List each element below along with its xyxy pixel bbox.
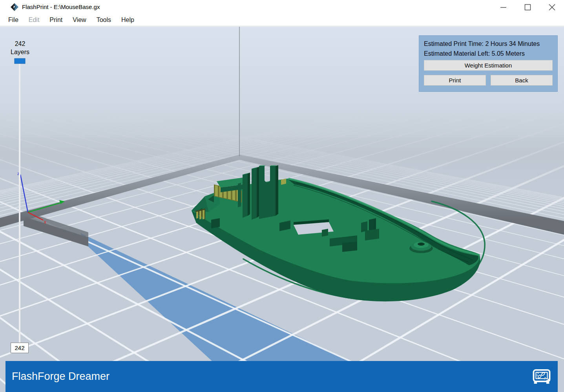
printer-status-bar: FlashForge Dreamer (5, 361, 558, 392)
back-button[interactable]: Back (491, 75, 553, 86)
panel-button-row: Print Back (424, 75, 553, 86)
layer-slider-handle[interactable] (15, 58, 25, 64)
menu-file[interactable]: File (3, 15, 24, 25)
window-title: FlashPrint - E:\MouseBase.gx (22, 4, 100, 10)
printer-name: FlashForge Dreamer (12, 370, 110, 383)
material-row: Estimated Material Left: 5.05 Meters (424, 50, 553, 57)
x-axis-label: x (44, 219, 46, 225)
menu-bar: File Edit Print View Tools Help (0, 14, 564, 26)
window-controls (491, 0, 564, 14)
close-button[interactable] (540, 0, 564, 14)
material-value: 5.05 Meters (492, 50, 525, 57)
layer-count-value: 242 (3, 40, 37, 48)
current-layer-box[interactable]: 242 (11, 343, 29, 353)
print-time-row: Estimated Print Time: 2 Hours 34 Minutes (424, 40, 553, 47)
flashprint-window: FlashPrint - E:\MouseBase.gx File Edit P… (0, 0, 564, 392)
layer-unit-label: Layers (3, 48, 37, 56)
print-time-value: 2 Hours 34 Minutes (486, 40, 540, 47)
weight-estimation-button[interactable]: Weight Estimation (424, 60, 553, 71)
menu-help[interactable]: Help (116, 15, 139, 25)
layer-slider-track[interactable] (19, 64, 20, 343)
material-label: Estimated Material Left: (424, 50, 490, 57)
menu-edit: Edit (24, 15, 45, 25)
print-button[interactable]: Print (424, 75, 486, 86)
layer-count-label: 242 Layers (3, 40, 37, 56)
menu-tools[interactable]: Tools (91, 15, 116, 25)
menu-print[interactable]: Print (44, 15, 68, 25)
print-estimation-panel: Estimated Print Time: 2 Hours 34 Minutes… (419, 35, 558, 92)
3d-viewport[interactable]: z x 242 Layers 242 Estimated Print Time: (0, 27, 564, 392)
title-bar: FlashPrint - E:\MouseBase.gx (0, 0, 564, 14)
menu-view[interactable]: View (68, 15, 91, 25)
flashprint-logo-icon (10, 3, 19, 11)
print-time-label: Estimated Print Time: (424, 40, 484, 47)
minimize-button[interactable] (491, 0, 515, 14)
maximize-button[interactable] (515, 0, 540, 14)
printer-disconnected-icon[interactable] (531, 366, 553, 386)
